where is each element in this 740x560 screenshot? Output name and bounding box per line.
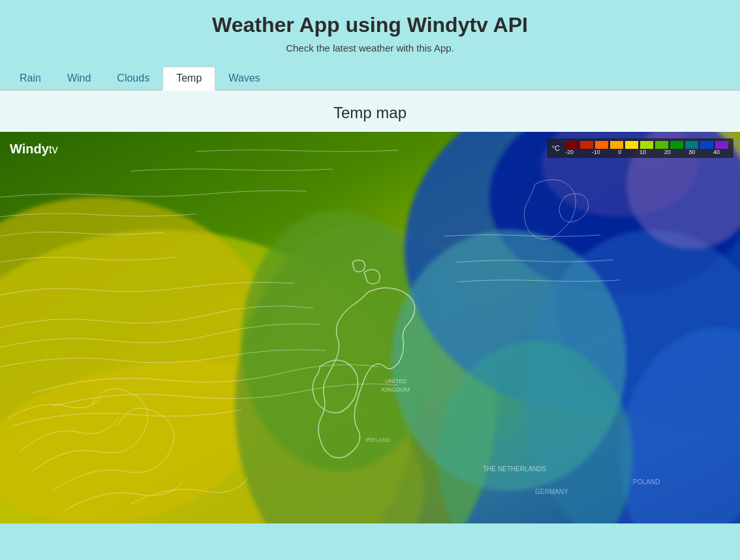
- legend-tick-6: 30: [688, 149, 695, 155]
- legend-tick-2: -10: [592, 149, 600, 155]
- svg-text:KINGDOM: KINGDOM: [382, 386, 410, 393]
- page-subtitle: Check the latest weather with this App.: [0, 42, 740, 54]
- legend-tick-3: 0: [618, 149, 621, 155]
- legend-tick-5: 20: [664, 149, 671, 155]
- tab-temp[interactable]: Temp: [162, 67, 215, 91]
- windy-logo-thin: tv: [49, 143, 58, 156]
- tab-rain[interactable]: Rain: [7, 67, 54, 91]
- windy-logo-bold: Windy: [10, 142, 49, 156]
- tab-waves[interactable]: Waves: [215, 67, 273, 91]
- page-header: Weather App using Windytv API Check the …: [0, 0, 740, 60]
- svg-text:UNITED: UNITED: [385, 378, 407, 384]
- temp-unit: °C: [552, 144, 560, 152]
- temp-map-svg: THE NETHERLANDS GERMANY POLAND IRELAND U…: [0, 132, 740, 523]
- legend-tick-7: 40: [713, 149, 720, 155]
- tab-wind[interactable]: Wind: [54, 67, 104, 91]
- svg-text:IRELAND: IRELAND: [365, 437, 392, 443]
- legend-tick-4: 10: [640, 149, 646, 155]
- tab-clouds[interactable]: Clouds: [104, 67, 162, 91]
- svg-text:THE NETHERLANDS: THE NETHERLANDS: [483, 465, 547, 473]
- legend-tick-1: -20: [565, 149, 574, 155]
- map-title: Temp map: [0, 104, 740, 122]
- content-area: Temp map: [0, 91, 740, 523]
- windy-logo: Windytv: [10, 142, 58, 157]
- navigation-bar: Rain Wind Clouds Temp Waves: [0, 67, 740, 91]
- page-title: Weather App using Windytv API: [0, 13, 740, 37]
- svg-text:GERMANY: GERMANY: [535, 488, 568, 495]
- map-container[interactable]: THE NETHERLANDS GERMANY POLAND IRELAND U…: [0, 132, 740, 523]
- svg-text:POLAND: POLAND: [633, 478, 660, 486]
- temp-legend: °C -20 -10 0: [547, 138, 733, 158]
